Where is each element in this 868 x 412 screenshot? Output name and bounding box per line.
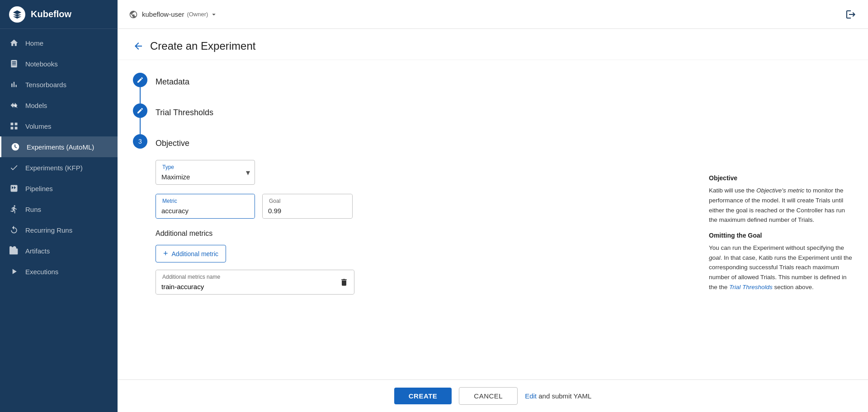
metric-row-0: Additional metrics name train-accuracy bbox=[156, 270, 354, 295]
sidebar-item-experiments-kfp[interactable]: Experiments (KFP) bbox=[0, 157, 118, 178]
edit-yaml-suffix: and submit YAML bbox=[537, 392, 591, 400]
step3-label: Objective bbox=[156, 136, 485, 149]
type-field-wrapper: Type Maximize Minimize ▾ bbox=[156, 160, 255, 185]
sidebar-item-executions[interactable]: Executions bbox=[0, 261, 118, 282]
sidebar-item-runs[interactable]: Runs bbox=[0, 199, 118, 220]
info-panel-metric-em: Objective's metric bbox=[756, 187, 804, 194]
edit-yaml-link[interactable]: Edit bbox=[525, 392, 537, 400]
edit-yaml-group: Edit and submit YAML bbox=[525, 392, 591, 400]
recurring-runs-icon bbox=[9, 225, 19, 235]
experiments-automl-icon bbox=[10, 142, 20, 152]
tensorboards-icon bbox=[9, 80, 19, 89]
sidebar-item-experiments-automl[interactable]: Experiments (AutoML) bbox=[0, 136, 118, 157]
page-header: Create an Experiment bbox=[118, 29, 868, 60]
sidebar-item-experiments-kfp-label: Experiments (KFP) bbox=[25, 164, 83, 172]
sidebar-item-pipelines[interactable]: Pipelines bbox=[0, 178, 118, 199]
metric-goal-group: Metric accuracy Goal 0.99 bbox=[156, 194, 485, 219]
info-panel-omitting-title: Omitting the Goal bbox=[709, 230, 854, 240]
add-metric-plus-icon: + bbox=[163, 249, 168, 258]
sidebar-item-tensorboards[interactable]: Tensorboards bbox=[0, 74, 118, 95]
sidebar-item-home-label: Home bbox=[25, 39, 43, 47]
svg-rect-0 bbox=[11, 123, 14, 126]
svg-rect-2 bbox=[11, 127, 14, 130]
trial-thresholds-link[interactable]: Trial Thresholds bbox=[729, 284, 773, 290]
info-panel: Objective Katib will use the Objective's… bbox=[709, 173, 854, 297]
info-panel-desc1: Katib will use the Objective's metric to… bbox=[709, 186, 854, 225]
cancel-button[interactable]: CANCEL bbox=[459, 387, 518, 405]
page-content: Create an Experiment Metadata bbox=[118, 29, 868, 412]
volumes-icon bbox=[9, 121, 19, 131]
info-panel-goal-em: goal bbox=[709, 254, 721, 261]
namespace-label: kubeflow-user bbox=[142, 10, 184, 18]
sidebar-item-home[interactable]: Home bbox=[0, 33, 118, 53]
executions-icon bbox=[9, 267, 19, 276]
sidebar-item-notebooks[interactable]: Notebooks bbox=[0, 53, 118, 74]
metric-name-wrapper: Additional metrics name train-accuracy bbox=[156, 270, 354, 295]
step3-circle: 3 bbox=[133, 134, 147, 149]
svg-rect-3 bbox=[15, 127, 18, 130]
topbar: kubeflow-user (Owner) bbox=[118, 0, 868, 29]
add-metric-label: Additional metric bbox=[172, 250, 219, 258]
sidebar-item-models[interactable]: Models bbox=[0, 95, 118, 116]
app-name: Kubeflow bbox=[31, 9, 71, 19]
sidebar-item-artifacts[interactable]: Artifacts bbox=[0, 240, 118, 261]
info-panel-title: Objective bbox=[709, 173, 854, 183]
metric-field-container: Metric accuracy bbox=[156, 194, 255, 219]
info-panel-desc2: You can run the Experiment without speci… bbox=[709, 243, 854, 292]
goal-field-container: Goal 0.99 bbox=[262, 194, 353, 219]
add-metric-button[interactable]: + Additional metric bbox=[156, 245, 226, 262]
topbar-right bbox=[844, 8, 857, 21]
step-trial-thresholds: Trial Thresholds bbox=[132, 103, 485, 134]
sidebar-item-experiments-automl-label: Experiments (AutoML) bbox=[27, 143, 94, 151]
topbar-left: kubeflow-user (Owner) bbox=[128, 9, 218, 19]
notebooks-icon bbox=[9, 59, 19, 69]
artifacts-icon bbox=[9, 246, 19, 256]
home-icon bbox=[9, 38, 19, 48]
sidebar-item-runs-label: Runs bbox=[25, 206, 41, 213]
step1-circle bbox=[133, 73, 147, 87]
namespace-dropdown[interactable]: kubeflow-user (Owner) bbox=[142, 10, 218, 19]
delete-metric-button-0[interactable] bbox=[336, 274, 352, 290]
sidebar-item-volumes[interactable]: Volumes bbox=[0, 116, 118, 136]
step2-circle bbox=[133, 103, 147, 118]
page-title: Create an Experiment bbox=[150, 40, 255, 52]
additional-metrics-name-label: Additional metrics name bbox=[161, 274, 221, 280]
sidebar-item-executions-label: Executions bbox=[25, 268, 58, 276]
sidebar-item-artifacts-label: Artifacts bbox=[25, 247, 50, 255]
experiments-kfp-icon bbox=[9, 163, 19, 173]
goal-wrapper: Goal 0.99 bbox=[262, 194, 353, 219]
sidebar-logo: Kubeflow bbox=[0, 0, 118, 29]
type-select[interactable]: Maximize Minimize bbox=[156, 160, 255, 184]
sidebar-item-recurring-runs[interactable]: Recurring Runs bbox=[0, 220, 118, 240]
namespace-icon bbox=[128, 9, 138, 19]
sidebar-item-models-label: Models bbox=[25, 102, 47, 109]
bottom-bar: CREATE CANCEL Edit and submit YAML bbox=[118, 379, 868, 412]
svg-rect-1 bbox=[15, 123, 18, 126]
sidebar-item-volumes-label: Volumes bbox=[25, 122, 52, 130]
step-metadata: Metadata bbox=[132, 73, 485, 103]
goal-input[interactable]: 0.99 bbox=[263, 194, 352, 218]
kubeflow-logo-icon bbox=[9, 6, 25, 23]
step1-label: Metadata bbox=[156, 75, 189, 88]
pipelines-icon bbox=[9, 183, 19, 193]
sidebar-item-tensorboards-label: Tensorboards bbox=[25, 81, 66, 89]
additional-metrics-title: Additional metrics bbox=[156, 229, 485, 238]
sidebar-item-pipelines-label: Pipelines bbox=[25, 185, 53, 192]
logout-button[interactable] bbox=[844, 8, 857, 21]
metric-input[interactable]: accuracy bbox=[156, 194, 255, 218]
create-button[interactable]: CREATE bbox=[394, 388, 452, 404]
back-button[interactable] bbox=[132, 40, 145, 52]
sidebar: Kubeflow Home Notebooks Tensorboards Mod… bbox=[0, 0, 118, 412]
sidebar-item-notebooks-label: Notebooks bbox=[25, 60, 58, 68]
sidebar-item-recurring-runs-label: Recurring Runs bbox=[25, 226, 72, 234]
runs-icon bbox=[9, 204, 19, 214]
main-content: kubeflow-user (Owner) Create an Experime… bbox=[118, 0, 868, 412]
delete-icon-0 bbox=[340, 278, 349, 287]
sidebar-nav: Home Notebooks Tensorboards Models Volum… bbox=[0, 29, 118, 412]
models-icon bbox=[9, 100, 19, 110]
metric-wrapper: Metric accuracy bbox=[156, 194, 255, 219]
step2-label: Trial Thresholds bbox=[156, 105, 213, 118]
owner-badge: (Owner) bbox=[187, 11, 208, 18]
step-objective: 3 Objective Type Maximize Minimize bbox=[132, 134, 485, 298]
